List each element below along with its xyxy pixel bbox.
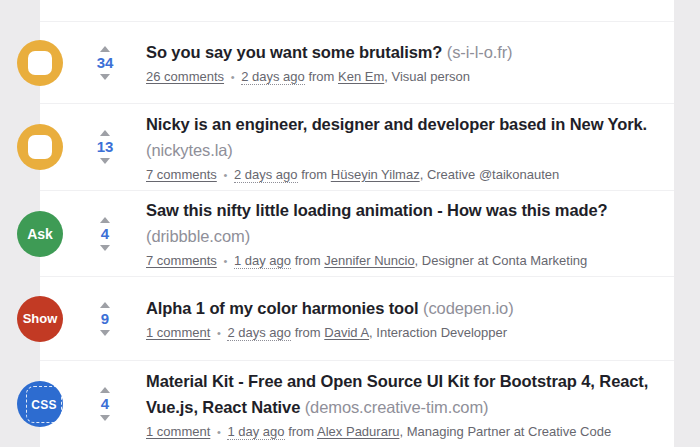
story-row: CSS 4 Material Kit - Free and Open Sourc…: [40, 360, 674, 447]
meta-dot: •: [223, 255, 227, 267]
story-domain: (codepen.io): [423, 299, 514, 317]
downvote-icon[interactable]: [100, 330, 110, 336]
time-ago[interactable]: 2 days ago: [241, 69, 305, 85]
upvote-icon[interactable]: [100, 302, 110, 308]
vote-count: 34: [97, 55, 114, 71]
author-role: , Managing Partner at Creative Code: [399, 424, 611, 439]
rounded-square-logo-icon: [28, 135, 52, 159]
meta-dot: •: [217, 327, 221, 339]
vote-count: 9: [101, 311, 109, 327]
story-row: Ask 4 Saw this nifty little loading anim…: [40, 190, 674, 276]
story-row: Show 9 Alpha 1 of my color harmonies too…: [40, 276, 674, 360]
vote-widget: 34: [90, 46, 120, 80]
upvote-icon[interactable]: [100, 46, 110, 52]
stories-list: 34 So you say you want some brutalism? (…: [40, 0, 674, 447]
show-badge-label: Show: [23, 311, 58, 326]
rounded-square-logo-icon: [28, 51, 52, 75]
story-title[interactable]: Nicky is an engineer, designer and devel…: [146, 115, 647, 133]
ask-badge-label: Ask: [27, 226, 53, 242]
upvote-icon[interactable]: [100, 387, 110, 393]
comments-link[interactable]: 7 comments: [146, 167, 217, 182]
vote-widget: 9: [90, 302, 120, 336]
author-link[interactable]: David A: [324, 325, 369, 340]
comments-link[interactable]: 1 comment: [146, 325, 210, 340]
downvote-icon[interactable]: [100, 74, 110, 80]
time-ago[interactable]: 1 day ago: [234, 253, 291, 269]
time-ago[interactable]: 1 day ago: [227, 424, 284, 440]
story-domain: (demos.creative-tim.com): [305, 398, 489, 416]
vote-widget: 4: [90, 387, 120, 421]
author-role: , Visual person: [384, 69, 470, 84]
vote-widget: 4: [90, 217, 120, 251]
from-label: from: [308, 69, 334, 84]
from-label: from: [288, 424, 314, 439]
story-source-badge[interactable]: [17, 40, 63, 86]
meta-dot: •: [231, 71, 235, 83]
css-badge[interactable]: CSS: [17, 381, 63, 427]
author-link[interactable]: Jennifer Nuncio: [324, 253, 414, 268]
story-domain: (nickytes.la): [146, 141, 233, 159]
meta-dot: •: [217, 426, 221, 438]
comments-link[interactable]: 7 comments: [146, 253, 217, 268]
downvote-icon[interactable]: [100, 415, 110, 421]
downvote-icon[interactable]: [100, 158, 110, 164]
author-link[interactable]: Ken Em: [338, 69, 384, 84]
story-domain: (s-i-l-o.fr): [447, 43, 513, 61]
meta-dot: •: [223, 169, 227, 181]
story-row: 13 Nicky is an engineer, designer and de…: [40, 103, 674, 190]
story-title[interactable]: Saw this nifty little loading animation …: [146, 201, 608, 219]
story-meta: 1 comment • 2 days ago from David A, Int…: [146, 324, 656, 342]
upvote-icon[interactable]: [100, 217, 110, 223]
story-domain: (dribbble.com): [146, 227, 250, 245]
downvote-icon[interactable]: [100, 245, 110, 251]
dashed-box-icon: CSS: [26, 386, 62, 423]
author-role: , Creative @taikonauten: [420, 167, 560, 182]
story-meta: 26 comments • 2 days ago from Ken Em, Vi…: [146, 68, 656, 86]
comments-link[interactable]: 1 comment: [146, 424, 210, 439]
time-ago[interactable]: 2 days ago: [234, 167, 298, 183]
story-source-badge[interactable]: [17, 124, 63, 170]
time-ago[interactable]: 2 days ago: [227, 325, 291, 341]
vote-count: 4: [101, 396, 109, 412]
story-row: 34 So you say you want some brutalism? (…: [40, 21, 674, 103]
story-title[interactable]: Alpha 1 of my color harmonies tool: [146, 299, 419, 317]
vote-count: 13: [97, 139, 114, 155]
css-badge-label: CSS: [31, 398, 57, 412]
story-meta: 7 comments • 1 day ago from Jennifer Nun…: [146, 252, 656, 270]
comments-link[interactable]: 26 comments: [146, 69, 224, 84]
from-label: from: [295, 253, 321, 268]
show-badge[interactable]: Show: [17, 296, 63, 342]
story-meta: 7 comments • 2 days ago from Hüseyin Yil…: [146, 166, 656, 184]
vote-widget: 13: [90, 130, 120, 164]
from-label: from: [295, 325, 321, 340]
ask-badge[interactable]: Ask: [17, 211, 63, 257]
upvote-icon[interactable]: [100, 130, 110, 136]
author-role: , Designer at Conta Marketing: [415, 253, 588, 268]
from-label: from: [301, 167, 327, 182]
author-role: , Interaction Developper: [369, 325, 507, 340]
author-link[interactable]: Hüseyin Yilmaz: [331, 167, 420, 182]
author-link[interactable]: Alex Paduraru: [317, 424, 399, 439]
vote-count: 4: [101, 226, 109, 242]
previous-story-partial: [40, 0, 674, 21]
story-title[interactable]: So you say you want some brutalism?: [146, 43, 442, 61]
story-meta: 1 comment • 1 day ago from Alex Paduraru…: [146, 423, 656, 441]
